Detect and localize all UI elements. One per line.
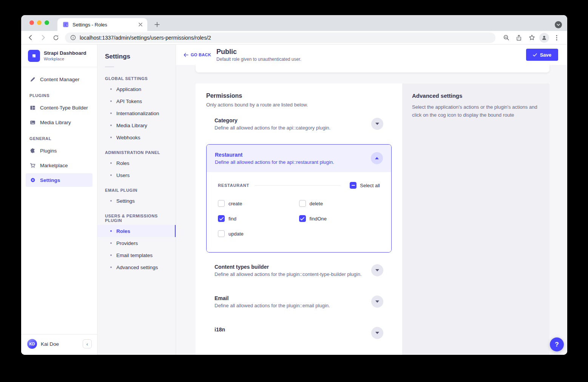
- subnav-item-up-roles[interactable]: Roles: [97, 225, 176, 237]
- bullet-dot: [110, 162, 112, 164]
- accordion-restaurant-header[interactable]: Restaurant Define all allowed actions fo…: [207, 145, 391, 172]
- subnav-item-email-settings[interactable]: Settings: [97, 195, 176, 207]
- brand[interactable]: Strapi Dashboard Workplace: [21, 45, 97, 67]
- subnav-section-email-plugin: EMAIL PLUGIN: [97, 181, 176, 195]
- back-button[interactable]: [25, 32, 35, 43]
- browser-profile-avatar[interactable]: [539, 33, 549, 43]
- accordion-i18n[interactable]: i18n: [206, 327, 392, 339]
- checkbox-label: update: [228, 231, 244, 237]
- browser-menu-icon[interactable]: [551, 32, 562, 43]
- subnav-item-email-templates[interactable]: Email templates: [97, 249, 176, 261]
- window-controls: [29, 20, 49, 25]
- browser-tab[interactable]: Settings - Roles: [57, 18, 147, 31]
- checkbox-label: delete: [310, 201, 323, 206]
- sidebar-item-content-type-builder[interactable]: Content-Type Builder: [26, 101, 93, 114]
- site-info-icon[interactable]: [70, 35, 76, 40]
- collapse-accordion-button[interactable]: [371, 152, 383, 164]
- save-button[interactable]: Save: [526, 49, 558, 61]
- subnav-item-label: Email templates: [116, 253, 153, 258]
- permission-delete[interactable]: delete: [299, 200, 380, 207]
- subnav-section-administration-panel: ADMINISTRATION PANEL: [97, 143, 176, 157]
- zoom-icon[interactable]: [501, 32, 511, 43]
- permission-create[interactable]: create: [218, 200, 299, 207]
- expand-accordion-button[interactable]: [371, 264, 383, 276]
- subnav-item-label: Internationalization: [116, 111, 159, 116]
- checkbox[interactable]: [299, 200, 306, 207]
- sidebar-section-general: GENERAL: [26, 130, 93, 144]
- sidebar-item-plugins[interactable]: Plugins: [26, 144, 93, 157]
- subnav-item-providers[interactable]: Providers: [97, 237, 176, 249]
- minimize-window-button[interactable]: [37, 20, 42, 25]
- expand-accordion-button[interactable]: [371, 118, 383, 130]
- sidebar-item-label: Marketplace: [40, 163, 68, 168]
- subnav-item-admin-roles[interactable]: Roles: [97, 157, 176, 169]
- cart-icon: [29, 163, 36, 168]
- reload-button[interactable]: [51, 32, 61, 43]
- accordion-title: Content types builder: [215, 264, 362, 270]
- permission-find[interactable]: find: [218, 215, 299, 222]
- select-all-checkbox[interactable]: [350, 182, 357, 189]
- expand-accordion-button[interactable]: [371, 296, 383, 308]
- accordion-email[interactable]: Email Define all allowed actions for the…: [206, 295, 392, 308]
- arrow-left-icon: [184, 53, 188, 57]
- subnav-item-label: Webhooks: [116, 135, 140, 140]
- image-icon: [29, 120, 36, 125]
- advanced-settings-description: Select the application's actions or the …: [412, 103, 540, 119]
- sidebar-footer: KD Kai Doe ‹: [21, 334, 97, 355]
- permission-update[interactable]: update: [218, 230, 299, 237]
- main-sidebar: Strapi Dashboard Workplace Content Manag…: [21, 45, 97, 355]
- checkbox[interactable]: [218, 215, 225, 222]
- go-back-link[interactable]: GO BACK: [184, 52, 211, 57]
- share-icon[interactable]: [514, 32, 524, 43]
- checkbox[interactable]: [218, 200, 225, 207]
- sidebar-item-media-library[interactable]: Media Library: [26, 116, 93, 129]
- tab-search-button[interactable]: [555, 21, 562, 28]
- sidebar-item-label: Settings: [40, 177, 60, 183]
- sidebar-item-marketplace[interactable]: Marketplace: [26, 159, 93, 172]
- checkbox-label: create: [228, 201, 242, 206]
- role-details-card-bottom: [196, 65, 549, 72]
- strapi-favicon-icon: [63, 22, 69, 28]
- sidebar-item-content-manager[interactable]: Content Manager: [26, 72, 93, 86]
- close-window-button[interactable]: [29, 20, 34, 25]
- subnav-item-api-tokens[interactable]: API Tokens: [97, 95, 176, 107]
- subnav-item-advanced-settings[interactable]: Advanced settings: [97, 261, 176, 273]
- subnav-item-application[interactable]: Application: [97, 83, 176, 95]
- permission-findone[interactable]: findOne: [299, 215, 380, 222]
- subnav-item-media-library[interactable]: Media Library: [97, 119, 176, 131]
- page-title: Public: [216, 48, 301, 55]
- close-tab-icon[interactable]: [137, 22, 144, 28]
- accordion-title: i18n: [215, 327, 225, 333]
- accordion-restaurant: Restaurant Define all allowed actions fo…: [206, 144, 392, 253]
- subnav-item-admin-users[interactable]: Users: [97, 169, 176, 181]
- advanced-settings-panel: Advanced settings Select the application…: [402, 83, 549, 355]
- checkbox[interactable]: [218, 230, 225, 237]
- accordion-category[interactable]: Category Define all allowed actions for …: [206, 117, 392, 131]
- subnav-item-label: Advanced settings: [116, 265, 158, 270]
- user-avatar[interactable]: KD: [27, 339, 37, 349]
- subnav-item-internationalization[interactable]: Internationalization: [97, 107, 176, 119]
- checkbox[interactable]: [299, 215, 306, 222]
- bullet-dot: [110, 88, 112, 90]
- collapse-sidebar-button[interactable]: ‹: [83, 339, 92, 348]
- divider: [105, 66, 114, 67]
- checkbox-label: findOne: [310, 216, 327, 222]
- brand-subtitle: Workplace: [44, 56, 86, 62]
- restaurant-section-label: RESTAURANT: [218, 183, 249, 188]
- forward-button[interactable]: [38, 32, 48, 43]
- bullet-dot: [110, 125, 112, 126]
- subnav-item-label: Roles: [116, 228, 130, 234]
- help-button[interactable]: ?: [550, 337, 564, 351]
- fullscreen-window-button[interactable]: [45, 20, 49, 25]
- accordion-title: Category: [215, 117, 330, 123]
- sidebar-item-settings[interactable]: Settings: [26, 173, 93, 187]
- bookmark-star-icon[interactable]: [526, 32, 537, 43]
- new-tab-button[interactable]: [152, 19, 162, 30]
- expand-accordion-button[interactable]: [371, 327, 383, 339]
- address-bar[interactable]: localhost:1337/admin/settings/users-perm…: [65, 32, 495, 43]
- sidebar-item-label: Content Manager: [40, 77, 79, 82]
- subnav-item-webhooks[interactable]: Webhooks: [97, 131, 176, 143]
- accordion-content-types-builder[interactable]: Content types builder Define all allowed…: [206, 264, 392, 277]
- scroll-area[interactable]: Permissions Only actions bound by a rout…: [176, 65, 567, 355]
- sidebar-item-label: Content-Type Builder: [40, 105, 88, 111]
